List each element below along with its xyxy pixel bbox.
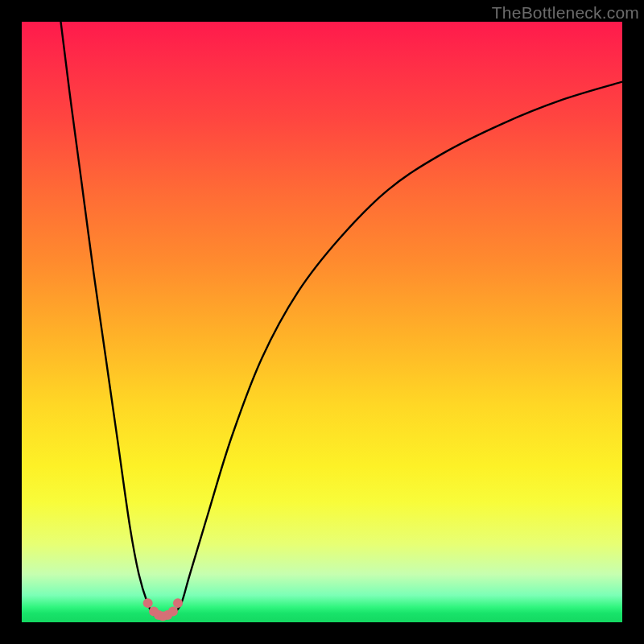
floor-marker-dot bbox=[143, 598, 153, 608]
plot-area bbox=[22, 22, 622, 622]
floor-marker-dot bbox=[173, 598, 183, 608]
floor-marker-dots bbox=[143, 598, 183, 621]
curve-right-branch bbox=[172, 82, 623, 615]
chart-svg bbox=[22, 22, 622, 622]
curve-left-branch bbox=[60, 22, 154, 615]
floor-marker-dot bbox=[168, 607, 178, 617]
watermark-text: TheBottleneck.com bbox=[492, 3, 639, 23]
